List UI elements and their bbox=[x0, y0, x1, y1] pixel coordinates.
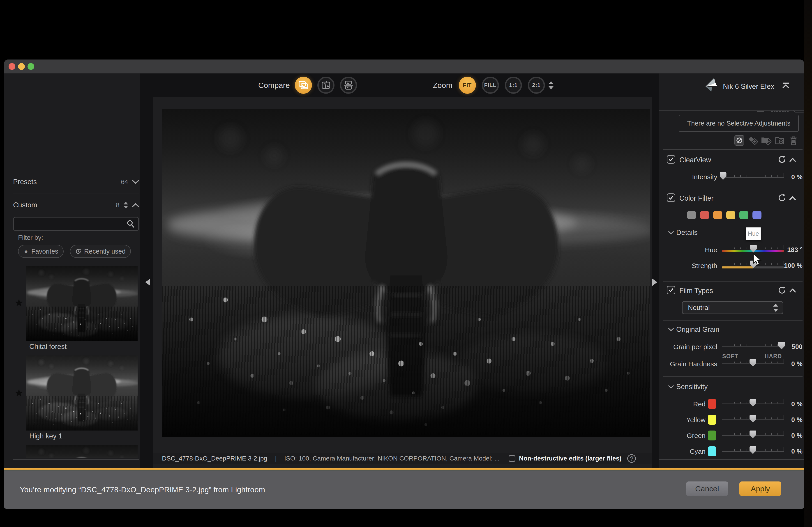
chevron-up-icon[interactable] bbox=[132, 202, 140, 208]
group-add-icon[interactable] bbox=[761, 136, 772, 145]
color-filter-swatch-yellow[interactable] bbox=[726, 211, 735, 219]
search-icon[interactable] bbox=[126, 219, 135, 228]
zoom-fill-button[interactable]: FILL bbox=[482, 77, 499, 94]
compare-single-button[interactable] bbox=[295, 77, 312, 94]
grain-hardness-slider[interactable] bbox=[722, 359, 784, 368]
zoom-fit-button[interactable]: FIT bbox=[459, 77, 476, 94]
intensity-slider[interactable] bbox=[722, 173, 784, 182]
color-filter-swatch-green[interactable] bbox=[739, 211, 749, 219]
sensitivity-subsection-header[interactable]: Sensitivity bbox=[668, 383, 708, 391]
zoom-stepper-icon[interactable] bbox=[548, 80, 554, 90]
sort-order-icon[interactable] bbox=[123, 201, 129, 209]
slider-handle[interactable] bbox=[750, 431, 756, 438]
presets-section-header[interactable]: Presets 64 bbox=[13, 176, 140, 188]
clearview-checkbox[interactable] bbox=[667, 155, 675, 164]
help-icon[interactable]: ? bbox=[627, 454, 636, 463]
zoom-2-1-button[interactable]: 2:1 bbox=[528, 77, 545, 94]
reset-icon[interactable] bbox=[778, 155, 786, 163]
color-filter-swatch-orange[interactable] bbox=[713, 211, 722, 219]
green-sensitivity-slider[interactable] bbox=[722, 431, 784, 440]
left-panel-gutter bbox=[140, 74, 154, 468]
collapse-all-icon[interactable] bbox=[782, 82, 790, 90]
strength-value: 100 % bbox=[780, 262, 802, 269]
slider-handle[interactable] bbox=[750, 399, 756, 407]
slider-rail bbox=[722, 346, 784, 347]
canvas-toolbar: Compare bbox=[154, 74, 652, 97]
favorite-star-icon[interactable]: ★ bbox=[15, 298, 23, 308]
color-filter-swatch-red[interactable] bbox=[700, 211, 709, 219]
right-panel-gutter bbox=[652, 74, 658, 468]
grain-per-pixel-label: Grain per pixel bbox=[663, 343, 717, 351]
collapse-left-panel-arrow[interactable] bbox=[145, 278, 150, 286]
chevron-up-icon[interactable] bbox=[788, 194, 797, 202]
yellow-sensitivity-slider[interactable] bbox=[722, 415, 784, 424]
scrolled-fragment bbox=[794, 110, 804, 112]
color-filter-checkbox[interactable] bbox=[667, 193, 675, 202]
red-sensitivity-slider[interactable] bbox=[722, 400, 784, 408]
divider bbox=[658, 460, 804, 460]
details-subsection-header[interactable]: Details bbox=[668, 229, 698, 237]
grain-per-pixel-slider[interactable] bbox=[722, 342, 784, 351]
reset-icon[interactable] bbox=[778, 193, 786, 201]
grain-hardness-value: 0 % bbox=[780, 360, 802, 367]
preset-name: High key 1 bbox=[29, 432, 62, 440]
cyan-sensitivity-slider[interactable] bbox=[722, 447, 784, 456]
color-filter-swatch-gray[interactable] bbox=[687, 211, 696, 219]
cyan-channel-swatch bbox=[708, 446, 716, 456]
reset-icon[interactable] bbox=[778, 286, 786, 294]
compare-split-vertical-button[interactable] bbox=[317, 77, 334, 94]
preset-thumbnail-high-key-1[interactable] bbox=[26, 356, 137, 431]
slider-handle[interactable] bbox=[750, 446, 756, 454]
film-type-dropdown[interactable]: Neutral bbox=[682, 301, 783, 314]
color-filter-swatch-blue[interactable] bbox=[752, 211, 762, 219]
film-types-checkbox[interactable] bbox=[667, 286, 675, 295]
intensity-label: Intensity bbox=[663, 173, 717, 181]
cancel-button[interactable]: Cancel bbox=[686, 481, 728, 496]
slider-handle[interactable] bbox=[750, 359, 756, 366]
green-label: Green bbox=[651, 432, 706, 439]
mouse-cursor bbox=[752, 253, 762, 267]
minimize-window-button[interactable] bbox=[18, 63, 25, 70]
original-grain-label: Original Grain bbox=[676, 326, 719, 334]
nondestructive-checkbox[interactable] bbox=[509, 455, 516, 462]
preset-thumbnail-partial[interactable] bbox=[26, 445, 137, 458]
nik-logo-icon bbox=[704, 77, 720, 92]
title-bar bbox=[4, 60, 804, 74]
scrolled-fragment bbox=[757, 111, 764, 112]
hard-label: HARD bbox=[765, 353, 782, 360]
separator: | bbox=[275, 455, 277, 462]
film-types-label: Film Types bbox=[679, 287, 713, 295]
grain-hardness-label: Grain Hardness bbox=[663, 360, 717, 368]
zoom-fit-label: FIT bbox=[463, 82, 472, 88]
hue-value: 183 ° bbox=[780, 246, 802, 254]
apply-button[interactable]: Apply bbox=[739, 481, 781, 496]
collapse-right-panel-arrow[interactable] bbox=[652, 278, 657, 286]
image-filename: DSC_4778-DxO_DeepPRIME 3-2.jpg bbox=[162, 455, 267, 462]
filter-recently-used-button[interactable]: Recently used bbox=[70, 245, 131, 258]
folder-camera-icon[interactable] bbox=[775, 136, 785, 145]
chevron-up-icon[interactable] bbox=[788, 156, 797, 164]
add-adjustment-icon[interactable] bbox=[749, 136, 758, 145]
zoom-window-button[interactable] bbox=[28, 63, 34, 70]
slider-handle[interactable] bbox=[750, 415, 756, 422]
yellow-channel-swatch bbox=[708, 415, 716, 425]
selective-empty-message: There are no Selective Adjustments bbox=[687, 120, 791, 127]
selective-adjust-button[interactable] bbox=[735, 135, 744, 146]
compare-split-horizontal-button[interactable] bbox=[340, 77, 357, 94]
original-grain-subsection-header[interactable]: Original Grain bbox=[668, 326, 719, 334]
divider bbox=[13, 460, 139, 460]
tooltip-text: Hue bbox=[748, 230, 759, 237]
custom-section-header[interactable]: Custom 8 bbox=[13, 199, 140, 211]
chevron-down-icon[interactable] bbox=[132, 179, 140, 185]
modifying-message: You’re modifying “DSC_4778-DxO_DeepPRIME… bbox=[20, 470, 265, 509]
filter-favorites-button[interactable]: ★ Favorites bbox=[18, 245, 63, 258]
preset-thumbnail-chital-forest[interactable] bbox=[26, 266, 137, 341]
chevron-up-icon[interactable] bbox=[788, 287, 797, 295]
zoom-1-1-button[interactable]: 1:1 bbox=[505, 77, 522, 94]
search-input[interactable] bbox=[14, 220, 126, 228]
custom-label: Custom bbox=[13, 201, 116, 209]
favorite-star-icon[interactable]: ★ bbox=[15, 388, 23, 398]
close-window-button[interactable] bbox=[9, 63, 15, 70]
trash-icon[interactable] bbox=[789, 135, 798, 146]
slider-handle[interactable] bbox=[720, 172, 726, 180]
